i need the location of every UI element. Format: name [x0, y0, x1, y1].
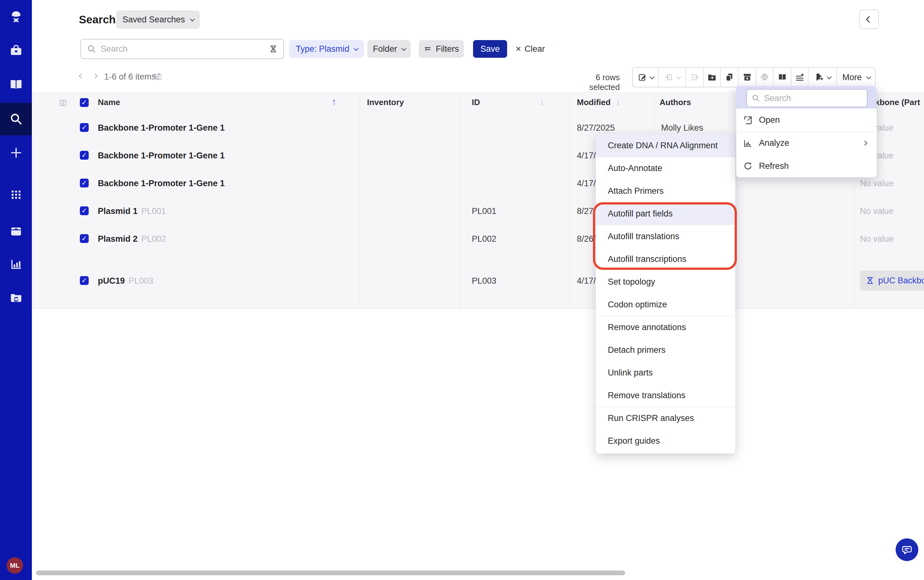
column-header-authors[interactable]: Authors [660, 97, 691, 107]
column-header-name[interactable]: Name [98, 97, 120, 107]
column-header-id[interactable]: ID [472, 97, 480, 107]
sort-desc-icon[interactable]: ↓ [540, 97, 544, 107]
filters-button[interactable]: Filters [419, 40, 464, 58]
row-checkbox[interactable]: ✓ [80, 206, 89, 215]
clear-button[interactable]: ✕ Clear [516, 44, 545, 54]
update-fields-button[interactable] [791, 68, 809, 87]
menu-item-open[interactable]: Open [736, 109, 877, 132]
more-button[interactable]: More [837, 68, 875, 87]
row-checkbox[interactable]: ✓ [80, 276, 89, 285]
print-button[interactable] [756, 68, 774, 87]
menu-item-autofill-part-fields[interactable]: Autofill part fields [596, 202, 735, 225]
table-row[interactable]: ✓ Plasmid 1PL001 PL001 8/27/2025 No valu… [32, 197, 924, 225]
horizontal-scrollbar-thumb[interactable] [36, 570, 625, 575]
table-row[interactable]: ✓ Plasmid 2PL002 PL002 8/26/2025 No valu… [32, 225, 924, 253]
row-backbone: No value [860, 179, 894, 188]
filter-icon [424, 45, 432, 53]
backbone-part-chip[interactable]: pUC Backbone [860, 270, 924, 291]
select-all-checkbox[interactable]: ✓ [80, 98, 89, 107]
chevron-down-icon [190, 16, 195, 21]
row-name[interactable]: Plasmid 2 [98, 234, 138, 244]
search-input[interactable]: Search [81, 39, 284, 59]
menu-item-autofill-translations[interactable]: Autofill translations [596, 225, 735, 248]
row-name[interactable]: Backbone 1-Promoter 1-Gene 1 [98, 151, 225, 160]
menu-item-run-crispr-analyses[interactable]: Run CRISPR analyses [596, 407, 735, 430]
row-checkbox[interactable]: ✓ [80, 151, 89, 160]
menu-item-export-guides[interactable]: Export guides [596, 430, 735, 452]
apps-grid-icon[interactable] [0, 183, 32, 206]
sequence-search-icon[interactable] [269, 44, 278, 53]
projects-briefcase-icon[interactable] [0, 39, 32, 62]
chevron-down-icon [649, 74, 654, 79]
filters-label: Filters [436, 44, 459, 54]
row-checkbox[interactable]: ✓ [80, 179, 89, 188]
export-dropdown-button[interactable] [809, 68, 837, 87]
menu-item-detach-primers[interactable]: Detach primers [596, 339, 735, 361]
row-checkbox[interactable]: ✓ [80, 234, 89, 243]
menu-item-analyze[interactable]: Analyze [736, 132, 877, 155]
prev-page-button[interactable] [79, 73, 83, 79]
menu-item-remove-annotations[interactable]: Remove annotations [596, 316, 735, 339]
row-checkbox[interactable]: ✓ [80, 123, 89, 132]
move-to-folder-button[interactable] [704, 68, 721, 87]
archive-icon [743, 72, 752, 82]
page-title: Search [79, 13, 116, 26]
menu-search-input[interactable]: Search [746, 89, 868, 107]
next-page-button[interactable] [94, 73, 97, 79]
save-button[interactable]: Save [473, 40, 507, 58]
insights-chart-icon[interactable] [0, 253, 32, 276]
search-icon [751, 94, 760, 102]
close-icon: ✕ [516, 45, 521, 53]
edit-dropdown-button[interactable] [633, 68, 659, 87]
search-nav-icon[interactable] [0, 108, 32, 130]
view-settings-sliders-icon[interactable] [152, 71, 163, 82]
row-name[interactable]: Plasmid 1 [98, 206, 138, 216]
bulk-unregister-button[interactable] [686, 68, 704, 87]
menu-item-auto-annotate[interactable]: Auto-Annotate [596, 157, 735, 180]
menu-item-remove-translations[interactable]: Remove translations [596, 384, 735, 407]
requests-folder-sync-icon[interactable] [0, 286, 32, 309]
chevron-down-icon [676, 74, 681, 79]
bulk-register-button[interactable] [659, 68, 686, 87]
menu-item-create-alignment[interactable]: Create DNA / RNA Alignment [596, 134, 735, 157]
menu-item-attach-primers[interactable]: Attach Primers [596, 180, 735, 202]
column-header-inventory[interactable]: Inventory [367, 97, 404, 107]
notebook-book-icon[interactable] [0, 73, 32, 96]
sort-desc-icon[interactable]: ↓ [616, 97, 621, 107]
more-dropdown-menu: Search Open Analyze Refresh [736, 86, 877, 177]
menu-item-unlink-parts[interactable]: Unlink parts [596, 361, 735, 384]
row-name[interactable]: pUC19 [98, 276, 125, 285]
archive-button[interactable] [738, 68, 756, 87]
columns-config-icon[interactable] [59, 99, 67, 107]
selection-count-label: 6 rows selected [567, 72, 620, 92]
help-chat-button[interactable] [896, 538, 918, 561]
backbone-chip-label: pUC Backbone [878, 276, 924, 285]
register-entities-icon [664, 72, 674, 82]
type-filter-chip[interactable]: Type: Plasmid [289, 40, 364, 58]
row-name[interactable]: Backbone 1-Promoter 1-Gene 1 [98, 123, 225, 133]
inventory-box-icon[interactable] [0, 220, 32, 243]
menu-item-set-topology[interactable]: Set topology [596, 270, 735, 293]
notebook-link-button[interactable] [774, 68, 791, 87]
sidebar: ML [0, 0, 32, 580]
menu-item-autofill-transcriptions[interactable]: Autofill transcriptions [596, 248, 735, 270]
menu-item-codon-optimize[interactable]: Codon optimize [596, 293, 735, 316]
copy-button[interactable] [721, 68, 738, 87]
collapse-panel-button[interactable] [859, 10, 879, 29]
notebook-icon [777, 72, 787, 82]
row-name[interactable]: Backbone 1-Promoter 1-Gene 1 [98, 179, 225, 188]
refresh-icon [743, 161, 753, 171]
table-row[interactable]: ✓ pUC19PL003 PL003 4/17/2025 pUC Backbon… [32, 252, 924, 309]
saved-searches-button[interactable]: Saved Searches [116, 10, 200, 29]
row-backbone: No value [860, 234, 894, 244]
menu-item-refresh[interactable]: Refresh [736, 155, 877, 177]
folder-filter-chip[interactable]: Folder [367, 40, 410, 58]
user-avatar[interactable]: ML [7, 557, 23, 574]
chevron-down-icon [354, 46, 359, 51]
sort-asc-icon[interactable]: ↑ [332, 96, 336, 107]
printer-icon [760, 72, 769, 82]
create-plus-icon[interactable] [0, 142, 32, 164]
benchling-logo-icon[interactable] [0, 5, 32, 28]
column-header-modified[interactable]: Modified [577, 97, 611, 107]
app-root: ML Search Saved Searches Search Type: Pl… [0, 0, 924, 580]
